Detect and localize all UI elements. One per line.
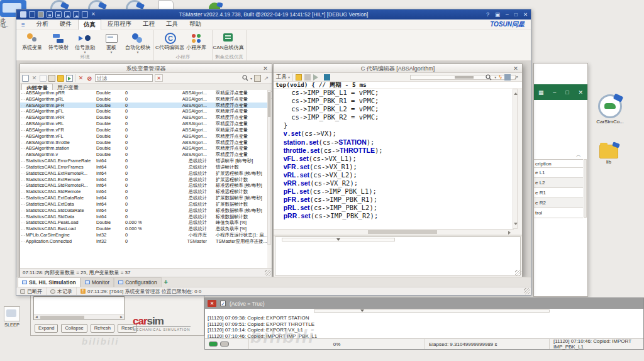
desktop-icon-sleep[interactable]: SLEEP xyxy=(1,306,23,328)
collapse-chevron-icon[interactable]: ︿ xyxy=(576,152,581,158)
table-row[interactable]: StatisticsCAN1.ErrorFrames Int64 0 总线统计 … xyxy=(20,164,267,170)
desktop-icon-carsimco[interactable]: CarSimCo... xyxy=(596,94,624,125)
scroll-thumb[interactable] xyxy=(368,230,437,234)
excel-menu-icon[interactable]: ▦ xyxy=(538,89,544,96)
external-link-icon[interactable]: ↗ xyxy=(263,75,270,82)
window-button[interactable]: ✕ xyxy=(523,9,528,19)
table-row[interactable]: StatisticsCAN1.ExtRemote Int64 0 总线统计 扩展… xyxy=(20,177,267,183)
titlebar[interactable]: TSMaster v2022.4.19.738, Built @2022-04-… xyxy=(16,9,531,19)
quick-access-icon[interactable] xyxy=(91,11,97,18)
copy-list-icon[interactable] xyxy=(254,75,261,82)
table-row[interactable]: StatisticsCAN1.StdRemote Int64 0 总线统计 标准… xyxy=(20,189,267,195)
menu-item[interactable]: 仿真 xyxy=(78,19,101,30)
table-row[interactable]: ABSAlgorithm.station Double 0 ABSAlgori.… xyxy=(20,145,267,152)
horizontal-scrollbar[interactable] xyxy=(282,238,395,242)
search-icon[interactable] xyxy=(242,75,248,81)
carsim-button[interactable]: Expand xyxy=(35,324,58,333)
active-checkbox[interactable]: ✓ xyxy=(220,301,226,306)
table-row[interactable]: StatisticsCAN1.StdRemoteR... Int64 0 总线统… xyxy=(20,182,267,189)
editor-titlebar[interactable]: C 代码编辑器 [ABSAlgorithm] ✕ xyxy=(274,64,522,73)
filter-input[interactable] xyxy=(95,74,153,82)
workspace-tab[interactable]: SIL HIL Simulation xyxy=(18,277,80,287)
quick-access-icon[interactable] xyxy=(20,11,26,18)
ribbon-button[interactable]: 系统变量 xyxy=(19,31,45,54)
clear-filter-icon[interactable]: ✕ xyxy=(155,74,163,82)
excel-window[interactable]: ▦ – □ ✕ ︿ cription e L1e L2e R1e R2trol xyxy=(533,63,588,297)
search-icon[interactable] xyxy=(486,74,492,81)
menu-item[interactable]: 应用程序 xyxy=(103,19,136,30)
desktop-app-icon[interactable] xyxy=(123,0,146,9)
table-row[interactable]: ABSAlgorithm.pRL Double 0 ABSAlgori... 双… xyxy=(20,96,267,103)
export-icon[interactable] xyxy=(66,75,73,82)
scroll-thumb[interactable] xyxy=(40,316,84,319)
table-row[interactable]: Application.Connected Int32 0 TSMaster T… xyxy=(20,238,267,245)
import-icon[interactable] xyxy=(57,75,64,82)
carsim-listbox[interactable]: ◄► xyxy=(33,296,125,320)
close-icon[interactable]: ✕ xyxy=(262,64,269,73)
table-row[interactable]: ABSAlgorithm.vFR Double 0 ABSAlgori... 双… xyxy=(20,127,267,133)
resize-grip[interactable] xyxy=(515,270,521,276)
ribbon-button[interactable]: 自动化模块 ▾ xyxy=(125,31,151,54)
ribbon-button[interactable]: 符号映射 xyxy=(45,31,72,54)
window-button[interactable]: □ xyxy=(514,9,518,19)
sysvar-titlebar[interactable]: 系统变量管理器 ✕ xyxy=(20,64,272,73)
table-row[interactable]: StatisticsCAN1.StdDataRate Int64 0 总线统计 … xyxy=(20,208,267,214)
carsim-button[interactable]: Refresh xyxy=(91,324,114,333)
menu-item[interactable]: 分析 xyxy=(31,19,53,30)
quick-access-icon[interactable] xyxy=(64,11,70,18)
minimize-icon[interactable]: – xyxy=(553,89,556,96)
build-icon[interactable] xyxy=(324,74,330,81)
close-icon[interactable]: ✕ xyxy=(578,89,583,96)
table-row[interactable]: StatisticsCAN1.ExtData Int64 0 总线统计 扩展数据… xyxy=(20,201,267,208)
table-row[interactable]: ABSAlgorithm.pFR Double 0 ABSAlgori... 双… xyxy=(20,103,267,109)
table-row[interactable]: ABSAlgorithm.v Double 0 ABSAlgori... 双精度… xyxy=(20,152,267,158)
excel-scrollbar[interactable] xyxy=(584,159,587,218)
ribbon-button[interactable]: 信号激励 ▾ xyxy=(72,31,98,54)
resize-grip[interactable] xyxy=(265,270,271,276)
menu-item[interactable]: 硬件 xyxy=(55,19,77,30)
table-row[interactable]: e L2 xyxy=(534,178,583,188)
table-row[interactable]: StatisticsCAN1.ExtDataRate Int64 0 总线统计 … xyxy=(20,195,267,201)
table-row[interactable]: ABSAlgorithm.vRL Double 0 ABSAlgori... 双… xyxy=(20,121,267,127)
external-link-icon[interactable]: ↗ xyxy=(513,74,519,81)
add-tab-button[interactable]: + xyxy=(162,277,170,287)
quick-access-icon[interactable] xyxy=(47,11,53,18)
table-row[interactable]: e R1 xyxy=(534,188,583,198)
table-row[interactable]: StatisticsCAN1.BusLoad Double 0.000 % 总线… xyxy=(20,226,267,232)
table-row[interactable]: ABSAlgorithm.pRR Double 0 ABSAlgori... 双… xyxy=(20,90,267,96)
horizontal-scrollbar[interactable] xyxy=(314,309,550,313)
maximize-icon[interactable]: □ xyxy=(565,89,569,96)
table-row[interactable]: StatisticsCAN1.StdData Int64 0 总线统计 标准数据… xyxy=(20,214,267,220)
table-row[interactable]: StatisticsCAN1.ErrorFrameRate Int64 0 总线… xyxy=(20,158,267,164)
add-variable-icon[interactable] xyxy=(22,75,29,82)
quick-access-icon[interactable] xyxy=(29,11,35,18)
close-icon[interactable]: ✕ xyxy=(512,64,519,73)
scroll-left-icon[interactable]: ◄ xyxy=(35,315,38,319)
code-area[interactable]: cs->IMP_PBK_L1 = vPMC; cs->IMP_PBK_R1 = … xyxy=(274,89,514,229)
table-row[interactable]: StatisticsCAN1.PeakLoad Double 0.000 % 总… xyxy=(20,219,267,226)
ribbon-button[interactable]: C代码编辑器 xyxy=(157,31,183,54)
close-icon[interactable]: ✕ xyxy=(208,300,216,307)
window-button[interactable]: – xyxy=(506,9,509,19)
chevron-down-icon[interactable]: ▾ xyxy=(494,75,496,79)
ribbon-button[interactable]: CAN总线仿真 xyxy=(215,31,242,54)
stop-icon[interactable]: ⊘ xyxy=(86,75,93,82)
table-row[interactable]: e R2 xyxy=(534,198,583,208)
stop-icon[interactable] xyxy=(304,74,311,81)
chevron-down-icon[interactable]: ▾ xyxy=(250,76,252,81)
save-icon[interactable] xyxy=(504,74,511,81)
menu-item[interactable]: 工具 xyxy=(161,19,183,30)
menu-item[interactable]: 帮助 xyxy=(184,19,206,30)
scroll-down-icon[interactable] xyxy=(514,223,518,227)
edit-mode-icon[interactable]: ≡ xyxy=(21,21,31,28)
console-titlebar[interactable]: ✕ ✓ (Active = True) xyxy=(205,298,643,309)
vertical-scrollbar[interactable] xyxy=(513,89,518,229)
desktop-app-icon[interactable] xyxy=(86,0,108,9)
quick-access-icon[interactable] xyxy=(38,11,44,18)
table-row[interactable]: e L1 xyxy=(534,168,583,178)
open-folder-icon[interactable] xyxy=(296,74,302,81)
delete-icon[interactable]: ✕ xyxy=(31,75,38,82)
quick-access-icon[interactable] xyxy=(55,11,62,18)
vertical-scrollbar[interactable] xyxy=(267,90,271,245)
paste-icon[interactable] xyxy=(48,75,55,82)
